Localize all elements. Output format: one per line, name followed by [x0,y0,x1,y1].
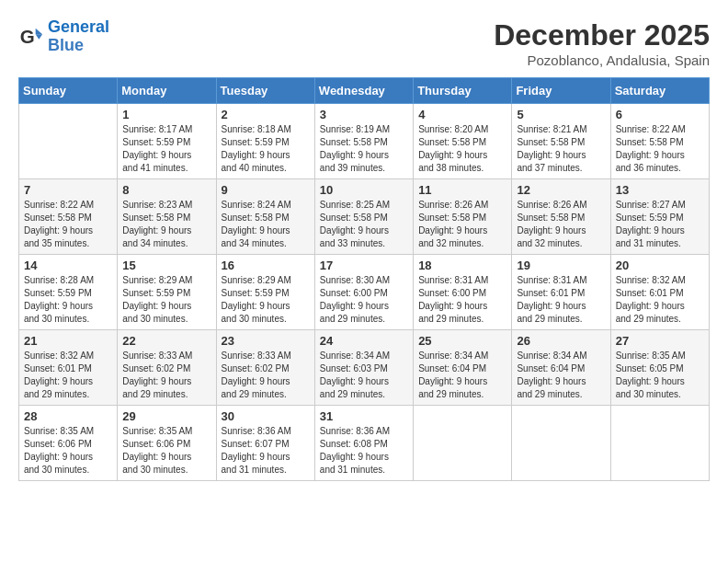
page-title: December 2025 [494,18,710,52]
calendar-cell: 31Sunrise: 8:36 AMSunset: 6:08 PMDayligh… [314,406,413,481]
day-number: 9 [222,183,310,197]
day-number: 26 [517,334,605,348]
calendar-cell: 14Sunrise: 8:28 AMSunset: 5:59 PMDayligh… [19,255,118,330]
day-number: 10 [320,183,408,197]
calendar-cell: 27Sunrise: 8:35 AMSunset: 6:05 PMDayligh… [610,330,709,406]
logo-line1: General [48,17,109,36]
calendar-body: 1Sunrise: 8:17 AMSunset: 5:59 PMDaylight… [19,104,710,481]
day-info: Sunrise: 8:36 AMSunset: 6:08 PMDaylight:… [320,425,408,477]
day-info: Sunrise: 8:31 AMSunset: 6:01 PMDaylight:… [517,274,605,326]
calendar-cell: 12Sunrise: 8:26 AMSunset: 5:58 PMDayligh… [512,179,610,255]
svg-marker-1 [36,28,42,34]
day-info: Sunrise: 8:17 AMSunset: 5:59 PMDaylight:… [122,123,210,175]
day-number: 29 [122,409,210,423]
day-info: Sunrise: 8:23 AMSunset: 5:58 PMDaylight:… [122,199,210,250]
calendar-cell: 22Sunrise: 8:33 AMSunset: 6:02 PMDayligh… [118,330,216,406]
calendar-cell [610,406,709,481]
calendar-cell: 17Sunrise: 8:30 AMSunset: 6:00 PMDayligh… [314,255,413,330]
title-area: December 2025 Pozoblanco, Andalusia, Spa… [494,18,710,68]
weekday-header-saturday: Saturday [610,78,709,104]
calendar-header: SundayMondayTuesdayWednesdayThursdayFrid… [19,78,710,104]
calendar-cell [19,104,118,179]
calendar-cell: 30Sunrise: 8:36 AMSunset: 6:07 PMDayligh… [216,406,314,481]
calendar-cell: 18Sunrise: 8:31 AMSunset: 6:00 PMDayligh… [414,255,512,330]
calendar-week-row: 7Sunrise: 8:22 AMSunset: 5:58 PMDaylight… [19,179,710,255]
page-header: G General Blue December 2025 Pozoblanco,… [18,18,710,68]
day-info: Sunrise: 8:35 AMSunset: 6:06 PMDaylight:… [122,425,210,477]
day-number: 14 [24,259,112,272]
day-info: Sunrise: 8:18 AMSunset: 5:59 PMDaylight:… [222,123,310,175]
calendar-cell [512,406,610,481]
day-number: 7 [24,183,112,197]
day-info: Sunrise: 8:21 AMSunset: 5:58 PMDaylight:… [517,123,605,175]
day-number: 27 [616,334,704,348]
day-number: 17 [320,259,408,272]
day-info: Sunrise: 8:32 AMSunset: 6:01 PMDaylight:… [24,350,112,401]
calendar-cell: 5Sunrise: 8:21 AMSunset: 5:58 PMDaylight… [512,104,610,179]
weekday-header-row: SundayMondayTuesdayWednesdayThursdayFrid… [19,78,710,104]
logo-text: General Blue [48,18,109,55]
weekday-header-monday: Monday [118,78,216,104]
day-info: Sunrise: 8:36 AMSunset: 6:07 PMDaylight:… [222,425,310,477]
weekday-header-wednesday: Wednesday [314,78,413,104]
day-info: Sunrise: 8:35 AMSunset: 6:05 PMDaylight:… [616,350,704,401]
svg-marker-2 [36,34,42,40]
day-number: 3 [320,108,408,121]
day-info: Sunrise: 8:24 AMSunset: 5:58 PMDaylight:… [222,199,310,250]
day-info: Sunrise: 8:26 AMSunset: 5:58 PMDaylight:… [418,199,506,250]
day-number: 15 [122,259,210,272]
calendar-week-row: 14Sunrise: 8:28 AMSunset: 5:59 PMDayligh… [19,255,710,330]
day-number: 30 [222,409,310,423]
calendar-cell: 2Sunrise: 8:18 AMSunset: 5:59 PMDaylight… [216,104,314,179]
calendar-cell [414,406,512,481]
calendar-cell: 16Sunrise: 8:29 AMSunset: 5:59 PMDayligh… [216,255,314,330]
day-info: Sunrise: 8:20 AMSunset: 5:58 PMDaylight:… [418,123,506,175]
day-info: Sunrise: 8:29 AMSunset: 5:59 PMDaylight:… [122,274,210,326]
calendar-cell: 29Sunrise: 8:35 AMSunset: 6:06 PMDayligh… [118,406,216,481]
day-number: 22 [122,334,210,348]
weekday-header-friday: Friday [512,78,610,104]
day-info: Sunrise: 8:29 AMSunset: 5:59 PMDaylight:… [222,274,310,326]
day-info: Sunrise: 8:22 AMSunset: 5:58 PMDaylight:… [24,199,112,250]
calendar-cell: 9Sunrise: 8:24 AMSunset: 5:58 PMDaylight… [216,179,314,255]
calendar-cell: 25Sunrise: 8:34 AMSunset: 6:04 PMDayligh… [414,330,512,406]
logo-line2: Blue [48,36,84,54]
calendar-cell: 6Sunrise: 8:22 AMSunset: 5:58 PMDaylight… [610,104,709,179]
day-number: 13 [616,183,704,197]
day-info: Sunrise: 8:34 AMSunset: 6:04 PMDaylight:… [517,350,605,401]
day-number: 20 [616,259,704,272]
weekday-header-tuesday: Tuesday [216,78,314,104]
calendar-cell: 20Sunrise: 8:32 AMSunset: 6:01 PMDayligh… [610,255,709,330]
calendar-cell: 3Sunrise: 8:19 AMSunset: 5:58 PMDaylight… [314,104,413,179]
calendar-cell: 13Sunrise: 8:27 AMSunset: 5:59 PMDayligh… [610,179,709,255]
day-info: Sunrise: 8:33 AMSunset: 6:02 PMDaylight:… [122,350,210,401]
calendar-week-row: 28Sunrise: 8:35 AMSunset: 6:06 PMDayligh… [19,406,710,481]
calendar-cell: 26Sunrise: 8:34 AMSunset: 6:04 PMDayligh… [512,330,610,406]
day-info: Sunrise: 8:34 AMSunset: 6:03 PMDaylight:… [320,350,408,401]
day-number: 18 [418,259,506,272]
weekday-header-sunday: Sunday [19,78,118,104]
calendar-week-row: 1Sunrise: 8:17 AMSunset: 5:59 PMDaylight… [19,104,710,179]
calendar-cell: 1Sunrise: 8:17 AMSunset: 5:59 PMDaylight… [118,104,216,179]
calendar-week-row: 21Sunrise: 8:32 AMSunset: 6:01 PMDayligh… [19,330,710,406]
day-number: 4 [418,108,506,121]
calendar-cell: 23Sunrise: 8:33 AMSunset: 6:02 PMDayligh… [216,330,314,406]
calendar-cell: 28Sunrise: 8:35 AMSunset: 6:06 PMDayligh… [19,406,118,481]
day-info: Sunrise: 8:19 AMSunset: 5:58 PMDaylight:… [320,123,408,175]
calendar-cell: 21Sunrise: 8:32 AMSunset: 6:01 PMDayligh… [19,330,118,406]
calendar-cell: 15Sunrise: 8:29 AMSunset: 5:59 PMDayligh… [118,255,216,330]
logo: G General Blue [18,18,109,55]
day-number: 31 [320,409,408,423]
day-info: Sunrise: 8:28 AMSunset: 5:59 PMDaylight:… [24,274,112,326]
day-number: 1 [122,108,210,121]
calendar-cell: 19Sunrise: 8:31 AMSunset: 6:01 PMDayligh… [512,255,610,330]
day-number: 25 [418,334,506,348]
calendar-table: SundayMondayTuesdayWednesdayThursdayFrid… [18,77,710,481]
day-info: Sunrise: 8:27 AMSunset: 5:59 PMDaylight:… [616,199,704,250]
day-info: Sunrise: 8:32 AMSunset: 6:01 PMDaylight:… [616,274,704,326]
day-number: 12 [517,183,605,197]
logo-icon: G [18,24,44,50]
day-number: 16 [222,259,310,272]
day-info: Sunrise: 8:22 AMSunset: 5:58 PMDaylight:… [616,123,704,175]
day-info: Sunrise: 8:26 AMSunset: 5:58 PMDaylight:… [517,199,605,250]
